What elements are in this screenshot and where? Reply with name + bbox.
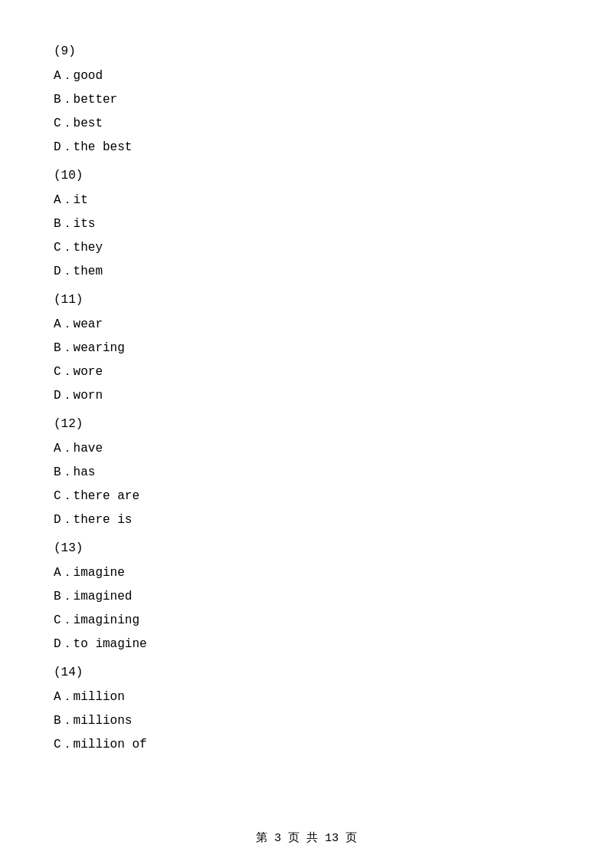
- question-1-option-0: A．it: [46, 192, 567, 208]
- question-2-option-0: A．wear: [46, 316, 567, 332]
- question-0-option-0: A．good: [46, 67, 567, 84]
- question-4-option-2: C．imagining: [46, 612, 567, 628]
- question-4-option-1: B．imagined: [46, 588, 567, 604]
- question-3-option-2: C．there are: [46, 488, 567, 504]
- question-number-3: (12): [46, 417, 567, 431]
- question-2-option-1: B．wearing: [46, 340, 567, 356]
- question-3-option-3: D．there is: [46, 511, 567, 528]
- page-footer: 第 3 页 共 13 页: [0, 830, 613, 845]
- question-4-option-3: D．to imagine: [46, 636, 567, 652]
- question-4-option-0: A．imagine: [46, 564, 567, 580]
- question-0-option-3: D．the best: [46, 139, 567, 155]
- footer-text: 第 3 页 共 13 页: [256, 832, 357, 845]
- question-5-option-0: A．million: [46, 689, 567, 705]
- question-5-option-1: B．millions: [46, 712, 567, 728]
- question-number-1: (10): [46, 169, 567, 182]
- question-3-option-1: B．has: [46, 464, 567, 480]
- question-number-4: (13): [46, 541, 567, 555]
- question-number-0: (9): [46, 44, 567, 58]
- question-number-5: (14): [46, 666, 567, 679]
- question-2-option-2: C．wore: [46, 363, 567, 380]
- question-2-option-3: D．worn: [46, 387, 567, 403]
- question-3-option-0: A．have: [46, 440, 567, 456]
- question-0-option-1: B．better: [46, 91, 567, 107]
- question-number-2: (11): [46, 293, 567, 307]
- question-5-option-2: C．million of: [46, 736, 567, 752]
- question-1-option-1: B．its: [46, 215, 567, 232]
- question-1-option-2: C．they: [46, 239, 567, 255]
- page-content: (9)A．goodB．betterC．bestD．the best(10)A．i…: [0, 0, 613, 806]
- question-0-option-2: C．best: [46, 115, 567, 131]
- question-1-option-3: D．them: [46, 263, 567, 279]
